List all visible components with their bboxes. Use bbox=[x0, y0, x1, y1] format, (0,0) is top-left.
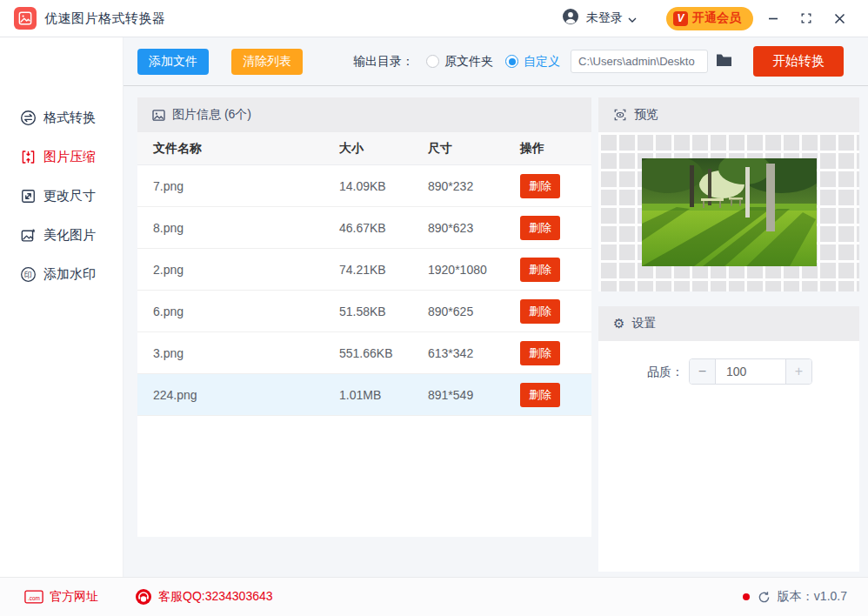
file-name-cell: 6.png bbox=[153, 305, 339, 318]
radio-custom-label: 自定义 bbox=[524, 54, 560, 70]
quality-label: 品质： bbox=[647, 358, 684, 385]
delete-button[interactable]: 删除 bbox=[520, 299, 560, 324]
radio-original-folder[interactable]: 原文件夹 bbox=[426, 54, 493, 70]
delete-button[interactable]: 删除 bbox=[520, 216, 560, 240]
settings-title: 设置 bbox=[631, 316, 656, 331]
account-menu[interactable]: 未登录 bbox=[562, 8, 637, 29]
add-files-button[interactable]: 添加文件 bbox=[137, 49, 209, 75]
file-size-cell: 14.09KB bbox=[339, 179, 428, 193]
quality-stepper: − + bbox=[689, 358, 812, 385]
picture-icon bbox=[152, 110, 165, 121]
start-convert-button[interactable]: 开始转换 bbox=[753, 46, 844, 77]
sidebar-item-label: 更改尺寸 bbox=[43, 188, 96, 204]
official-website-link[interactable]: .com 官方网址 bbox=[24, 589, 98, 605]
file-list-header: 图片信息 (6个) bbox=[137, 97, 591, 132]
delete-button[interactable]: 删除 bbox=[520, 258, 560, 282]
file-dims-cell: 891*549 bbox=[428, 388, 520, 402]
app-window: 优速图片格式转换器 未登录 V 开通会员 bbox=[0, 0, 868, 616]
convert-icon bbox=[20, 110, 37, 126]
compress-icon bbox=[20, 149, 37, 165]
file-size-cell: 1.01MB bbox=[339, 388, 428, 402]
vip-label: 开通会员 bbox=[692, 10, 741, 26]
table-row[interactable]: 7.png 14.09KB 890*232 删除 bbox=[137, 165, 591, 207]
resize-icon bbox=[20, 188, 37, 204]
chevron-down-icon bbox=[628, 10, 637, 26]
sidebar-item-beautify[interactable]: 美化图片 bbox=[0, 216, 123, 255]
radio-custom-folder[interactable]: 自定义 bbox=[505, 54, 560, 70]
website-com-icon: .com bbox=[24, 590, 43, 604]
svg-text:.com: .com bbox=[28, 595, 40, 601]
file-dims-cell: 613*342 bbox=[428, 346, 520, 360]
file-size-cell: 551.66KB bbox=[339, 346, 428, 360]
open-vip-button[interactable]: V 开通会员 bbox=[666, 7, 753, 30]
sidebar-item-label: 美化图片 bbox=[43, 227, 96, 244]
delete-button[interactable]: 删除 bbox=[520, 174, 560, 198]
browse-folder-button[interactable] bbox=[716, 53, 732, 70]
customer-service-link[interactable]: 客服QQ:3234303643 bbox=[135, 588, 273, 606]
preview-header: 预览 bbox=[598, 97, 859, 132]
output-dir-label: 输出目录： bbox=[353, 54, 414, 70]
preview-settings-panel: 预览 bbox=[598, 97, 859, 577]
login-status-label: 未登录 bbox=[586, 10, 623, 26]
table-row[interactable]: 2.png 74.21KB 1920*1080 删除 bbox=[137, 249, 591, 291]
sidebar-item-format-convert[interactable]: 格式转换 bbox=[0, 98, 123, 137]
file-dims-cell: 890*625 bbox=[428, 305, 520, 318]
file-table: 文件名称 大小 尺寸 操作 7.png 14.09KB 890*232 删除 8… bbox=[137, 132, 591, 537]
radio-checked-icon bbox=[505, 55, 518, 68]
preview-image bbox=[642, 158, 817, 266]
app-title: 优速图片格式转换器 bbox=[44, 10, 166, 27]
preview-eye-icon bbox=[613, 108, 627, 122]
file-size-cell: 74.21KB bbox=[339, 263, 428, 277]
col-dims: 尺寸 bbox=[428, 141, 520, 157]
file-list-panel: 图片信息 (6个) 文件名称 大小 尺寸 操作 7.png 14.09KB 89… bbox=[137, 97, 591, 577]
customer-service-label: 客服QQ:3234303643 bbox=[158, 589, 273, 605]
file-list-title: 图片信息 (6个) bbox=[172, 107, 251, 123]
file-name-cell: 2.png bbox=[153, 263, 339, 277]
minimize-button[interactable] bbox=[760, 5, 786, 31]
file-name-cell: 3.png bbox=[153, 346, 339, 360]
quality-decrease-button[interactable]: − bbox=[690, 359, 716, 384]
toolbar: 添加文件 清除列表 输出目录： 原文件夹 自定义 bbox=[124, 37, 868, 86]
file-name-cell: 7.png bbox=[153, 179, 339, 193]
sidebar-nav: 格式转换 图片压缩 更改尺寸 美化图片 印 添加水印 bbox=[0, 37, 124, 577]
quality-input[interactable] bbox=[716, 359, 785, 384]
quality-increase-button[interactable]: + bbox=[785, 359, 811, 384]
delete-button[interactable]: 删除 bbox=[520, 341, 560, 365]
settings-header: ⚙ 设置 bbox=[598, 306, 859, 341]
col-file-name: 文件名称 bbox=[153, 141, 339, 157]
settings-body: 品质： − + bbox=[598, 341, 859, 572]
sidebar-item-watermark[interactable]: 印 添加水印 bbox=[0, 255, 123, 294]
sidebar-item-label: 格式转换 bbox=[43, 110, 96, 126]
title-bar: 优速图片格式转换器 未登录 V 开通会员 bbox=[0, 0, 868, 37]
app-logo-icon bbox=[14, 7, 37, 30]
svg-text:印: 印 bbox=[24, 271, 32, 279]
preview-canvas bbox=[598, 132, 859, 291]
col-action: 操作 bbox=[520, 141, 591, 157]
vip-badge-icon: V bbox=[673, 11, 688, 26]
radio-icon bbox=[426, 55, 439, 68]
gear-icon: ⚙ bbox=[613, 316, 624, 331]
col-size: 大小 bbox=[339, 141, 428, 157]
table-header-row: 文件名称 大小 尺寸 操作 bbox=[137, 132, 591, 165]
file-name-cell: 224.png bbox=[153, 388, 339, 402]
file-dims-cell: 890*623 bbox=[428, 221, 520, 235]
delete-button[interactable]: 删除 bbox=[520, 383, 560, 407]
clear-list-button[interactable]: 清除列表 bbox=[231, 49, 303, 75]
customer-service-icon bbox=[135, 588, 152, 606]
refresh-icon[interactable] bbox=[758, 591, 771, 604]
file-dims-cell: 890*232 bbox=[428, 179, 520, 193]
folder-icon bbox=[716, 53, 732, 70]
table-row[interactable]: 6.png 51.58KB 890*625 删除 bbox=[137, 291, 591, 332]
user-avatar-icon bbox=[562, 8, 579, 29]
table-row[interactable]: 224.png 1.01MB 891*549 删除 bbox=[137, 374, 591, 416]
version-label: 版本：v1.0.7 bbox=[778, 589, 847, 605]
status-bar: .com 官方网址 客服QQ:3234303643 bbox=[0, 577, 868, 616]
sidebar-item-resize[interactable]: 更改尺寸 bbox=[0, 177, 123, 216]
beautify-icon bbox=[20, 227, 37, 244]
close-button[interactable] bbox=[826, 5, 852, 31]
output-path-input[interactable] bbox=[571, 50, 708, 73]
table-row[interactable]: 8.png 46.67KB 890*623 删除 bbox=[137, 207, 591, 249]
sidebar-item-image-compress[interactable]: 图片压缩 bbox=[0, 137, 123, 177]
maximize-button[interactable] bbox=[793, 5, 819, 31]
table-row[interactable]: 3.png 551.66KB 613*342 删除 bbox=[137, 332, 591, 374]
